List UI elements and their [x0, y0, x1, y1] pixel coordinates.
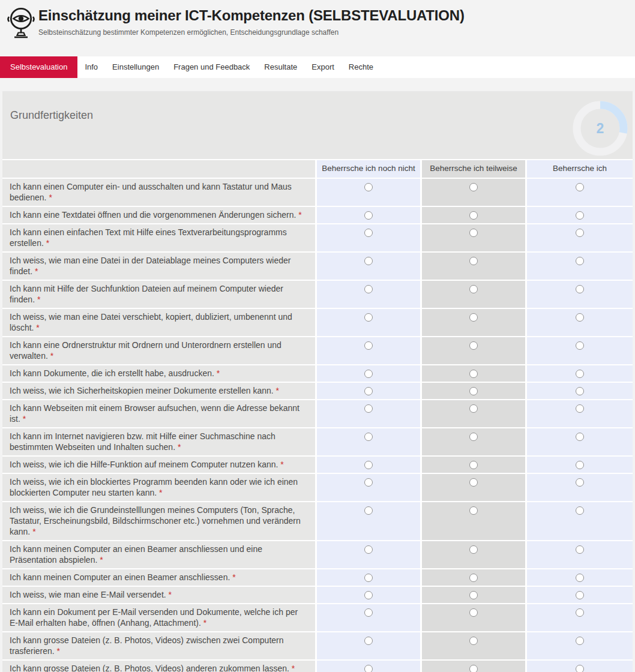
- header-texts: Einschätzung meiner ICT-Kompetenzen (SEL…: [38, 5, 465, 37]
- radio-teilweise[interactable]: [469, 478, 478, 487]
- radio-noch-nicht[interactable]: [364, 506, 373, 515]
- radio-beherrsche-ich[interactable]: [576, 257, 584, 265]
- table-row: Ich weiss, wie ich die Grundeinstelllung…: [2, 502, 633, 540]
- radio-beherrsche-ich[interactable]: [576, 404, 584, 413]
- radio-teilweise[interactable]: [469, 665, 478, 672]
- radio-teilweise[interactable]: [469, 387, 478, 395]
- tab-info[interactable]: Info: [77, 56, 105, 78]
- radio-beherrsche-ich[interactable]: [576, 591, 584, 599]
- answer-cell: [527, 632, 633, 659]
- radio-beherrsche-ich[interactable]: [576, 183, 584, 191]
- radio-beherrsche-ich[interactable]: [576, 461, 584, 469]
- table-row: Ich weiss, wie ich die Hilfe-Funktion au…: [2, 457, 633, 473]
- required-asterisk: *: [49, 193, 52, 202]
- radio-noch-nicht[interactable]: [364, 285, 373, 293]
- radio-beherrsche-ich[interactable]: [576, 370, 584, 378]
- answer-cell: [317, 569, 420, 586]
- tab-resultate[interactable]: Resultate: [257, 56, 304, 78]
- radio-noch-nicht[interactable]: [364, 404, 373, 413]
- radio-noch-nicht[interactable]: [364, 608, 373, 617]
- radio-beherrsche-ich[interactable]: [576, 545, 584, 554]
- radio-teilweise[interactable]: [469, 341, 478, 350]
- radio-noch-nicht[interactable]: [364, 211, 373, 220]
- radio-noch-nicht[interactable]: [364, 665, 373, 672]
- question-text: Ich weiss, wie man eine Datei verschiebt…: [2, 309, 315, 336]
- radio-teilweise[interactable]: [469, 370, 478, 378]
- required-asterisk: *: [232, 572, 235, 582]
- radio-teilweise[interactable]: [469, 433, 478, 441]
- radio-noch-nicht[interactable]: [364, 229, 373, 237]
- radio-teilweise[interactable]: [469, 285, 478, 293]
- radio-teilweise[interactable]: [469, 608, 478, 617]
- question-text: Ich kann einen einfachen Text mit Hilfe …: [2, 224, 315, 251]
- mirror-eye-icon: [6, 6, 36, 40]
- table-header-row: Beherrsche ich noch nicht Beherrsche ich…: [2, 160, 633, 178]
- radio-noch-nicht[interactable]: [364, 257, 373, 265]
- radio-beherrsche-ich[interactable]: [576, 211, 584, 220]
- radio-beherrsche-ich[interactable]: [576, 433, 584, 441]
- radio-beherrsche-ich[interactable]: [576, 313, 584, 322]
- radio-noch-nicht[interactable]: [364, 183, 373, 191]
- answer-cell: [527, 587, 633, 603]
- radio-beherrsche-ich[interactable]: [576, 574, 584, 582]
- tab-rechte[interactable]: Rechte: [342, 56, 381, 78]
- radio-teilweise[interactable]: [469, 211, 478, 220]
- radio-teilweise[interactable]: [469, 574, 478, 582]
- radio-beherrsche-ich[interactable]: [576, 341, 584, 350]
- radio-noch-nicht[interactable]: [364, 387, 373, 395]
- answer-cell: [527, 661, 633, 672]
- tab-selbstevaluation[interactable]: Selbstevaluation: [0, 56, 77, 78]
- radio-beherrsche-ich[interactable]: [576, 478, 584, 487]
- radio-noch-nicht[interactable]: [364, 461, 373, 469]
- answer-cell: [317, 661, 420, 672]
- radio-teilweise[interactable]: [469, 183, 478, 191]
- radio-beherrsche-ich[interactable]: [576, 665, 584, 672]
- table-row: Ich kann einen einfachen Text mit Hilfe …: [2, 224, 633, 251]
- required-asterisk: *: [298, 210, 301, 220]
- section-header: Grundfertigkeiten 2: [2, 91, 633, 159]
- answer-cell: [317, 400, 420, 427]
- answer-cell: [317, 281, 420, 308]
- question-text: Ich kann meinen Computer an einen Beamer…: [2, 541, 315, 568]
- radio-teilweise[interactable]: [469, 229, 478, 237]
- radio-noch-nicht[interactable]: [364, 341, 373, 350]
- radio-teilweise[interactable]: [469, 637, 478, 645]
- radio-teilweise[interactable]: [469, 404, 478, 413]
- radio-noch-nicht[interactable]: [364, 591, 373, 599]
- tab-export[interactable]: Export: [304, 56, 342, 78]
- radio-beherrsche-ich[interactable]: [576, 637, 584, 645]
- radio-noch-nicht[interactable]: [364, 574, 373, 582]
- tab-fragen-und-feedback[interactable]: Fragen und Feedback: [166, 56, 257, 78]
- question-text: Ich weiss, wie ich ein blockiertes Progr…: [2, 474, 315, 501]
- radio-beherrsche-ich[interactable]: [576, 229, 584, 237]
- answer-cell: [527, 337, 633, 364]
- required-asterisk: *: [178, 442, 181, 452]
- radio-teilweise[interactable]: [469, 545, 478, 554]
- radio-noch-nicht[interactable]: [364, 370, 373, 378]
- radio-noch-nicht[interactable]: [364, 637, 373, 645]
- radio-teilweise[interactable]: [469, 313, 478, 322]
- radio-noch-nicht[interactable]: [364, 478, 373, 487]
- radio-teilweise[interactable]: [469, 257, 478, 265]
- radio-teilweise[interactable]: [469, 506, 478, 515]
- answer-cell: [317, 383, 420, 399]
- radio-teilweise[interactable]: [469, 461, 478, 469]
- answer-cell: [317, 474, 420, 501]
- answer-cell: [317, 604, 420, 631]
- radio-teilweise[interactable]: [469, 591, 478, 599]
- radio-beherrsche-ich[interactable]: [576, 285, 584, 293]
- table-row: Ich kann grosse Dateien (z. B. Photos, V…: [2, 661, 633, 672]
- radio-beherrsche-ich[interactable]: [576, 387, 584, 395]
- radio-noch-nicht[interactable]: [364, 433, 373, 441]
- answer-cell: [422, 474, 525, 501]
- required-asterisk: *: [100, 555, 103, 565]
- answer-cell: [422, 207, 525, 223]
- radio-noch-nicht[interactable]: [364, 545, 373, 554]
- answer-cell: [422, 179, 525, 206]
- tab-einstellungen[interactable]: Einstellungen: [105, 56, 166, 78]
- answer-cell: [317, 457, 420, 473]
- radio-beherrsche-ich[interactable]: [576, 506, 584, 515]
- progress-value: 2: [597, 121, 604, 136]
- radio-beherrsche-ich[interactable]: [576, 608, 584, 617]
- radio-noch-nicht[interactable]: [364, 313, 373, 322]
